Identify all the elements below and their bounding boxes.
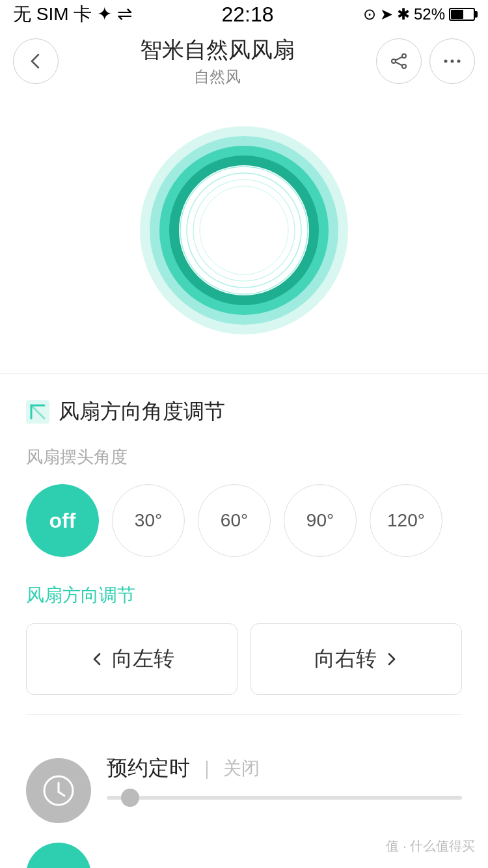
svg-line-4 — [396, 62, 402, 66]
svg-point-2 — [402, 64, 406, 68]
angle-btn-90[interactable]: 90° — [284, 484, 357, 557]
timer-pipe: ｜ — [198, 756, 215, 781]
chevron-right-icon — [383, 651, 399, 667]
angle-buttons-row: off 30° 60° 90° 120° — [26, 484, 462, 557]
controls-section: 风扇方向角度调节 风扇摆头角度 off 30° 60° 90° 120° 风扇方… — [0, 374, 488, 735]
svg-line-3 — [396, 57, 402, 61]
timer-slider-thumb[interactable] — [121, 789, 139, 807]
direction-icon — [26, 400, 49, 424]
turn-right-button[interactable]: 向右转 — [251, 623, 462, 695]
direction-buttons-row: 向左转 向右转 — [26, 623, 462, 695]
chevron-left-icon — [90, 651, 105, 667]
status-time: 22:18 — [221, 3, 273, 27]
more-icon — [443, 59, 461, 64]
status-bar: 无 SIM 卡 ✦ ⇌ 22:18 ⊙ ➤ ✱ 52% — [0, 0, 488, 29]
svg-line-22 — [59, 792, 64, 796]
fan-circle[interactable] — [133, 120, 355, 341]
svg-point-17 — [205, 191, 283, 269]
page-title: 智米自然风风扇 — [59, 35, 376, 65]
share-button[interactable] — [376, 38, 422, 84]
direction-link[interactable]: 风扇方向调节 — [26, 583, 462, 608]
timer-section: 预约定时 ｜ 关闭 — [0, 735, 488, 836]
lock-icon: ⊙ — [363, 5, 376, 23]
back-icon — [27, 52, 45, 70]
nav-title-area: 智米自然风风扇 自然风 — [59, 35, 376, 87]
fan-visualization[interactable] — [0, 94, 488, 373]
nav-bar: 智米自然风风扇 自然风 — [0, 29, 488, 94]
section-title-row: 风扇方向角度调节 — [26, 398, 462, 426]
divider-2 — [26, 714, 462, 715]
battery-icon — [449, 8, 475, 21]
page-subtitle: 自然风 — [59, 66, 376, 87]
status-signal: 无 SIM 卡 ✦ ⇌ — [13, 2, 132, 27]
bottom-teal-button[interactable] — [26, 843, 91, 868]
turn-right-label: 向右转 — [314, 645, 377, 673]
watermark: 值 · 什么值得买 — [386, 837, 475, 855]
angle-btn-60[interactable]: 60° — [198, 484, 271, 557]
svg-point-6 — [451, 60, 454, 63]
svg-point-7 — [457, 60, 461, 63]
battery-percent: 52% — [414, 5, 445, 23]
fan-rings-svg — [133, 120, 355, 341]
turn-left-label: 向左转 — [112, 645, 174, 673]
svg-point-1 — [392, 59, 396, 63]
timer-title-row: 预约定时 ｜ 关闭 — [107, 754, 462, 783]
sub-label: 风扇摆头角度 — [26, 446, 462, 468]
svg-point-5 — [444, 60, 448, 63]
clock-icon — [42, 774, 75, 807]
turn-left-button[interactable]: 向左转 — [26, 623, 237, 695]
timer-slider-track[interactable] — [107, 796, 462, 800]
share-icon — [390, 52, 408, 70]
section-title: 风扇方向角度调节 — [59, 398, 225, 426]
nav-actions — [376, 38, 475, 84]
angle-btn-120[interactable]: 120° — [370, 484, 442, 557]
status-indicators: ⊙ ➤ ✱ 52% — [363, 5, 475, 23]
location-icon: ➤ — [380, 5, 393, 23]
back-button[interactable] — [13, 38, 59, 84]
angle-btn-off[interactable]: off — [26, 484, 99, 557]
timer-content: 预约定时 ｜ 关闭 — [107, 754, 462, 800]
angle-btn-30[interactable]: 30° — [112, 484, 185, 557]
timer-icon-circle[interactable] — [26, 758, 91, 823]
timer-status: 关闭 — [223, 756, 260, 781]
more-button[interactable] — [429, 38, 475, 84]
timer-title: 预约定时 — [107, 754, 190, 783]
bluetooth-icon: ✱ — [397, 5, 410, 23]
svg-point-0 — [402, 54, 406, 58]
